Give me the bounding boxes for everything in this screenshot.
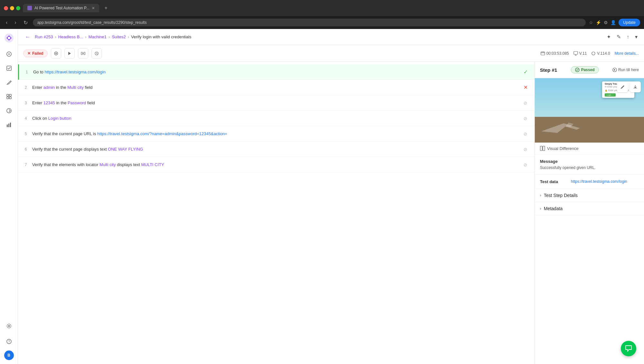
os-version: V.11: [579, 51, 587, 56]
step-highlight: MULTI CITY: [141, 162, 164, 167]
chat-button[interactable]: [621, 341, 636, 356]
svg-rect-8: [9, 97, 11, 99]
step-row[interactable]: 3 Enter 12345 in the Password field ⊘: [18, 95, 534, 111]
profile-icon[interactable]: 👤: [610, 20, 616, 25]
sidebar-item-help[interactable]: ?: [3, 335, 15, 348]
step-link[interactable]: https://travel.testsigma.com/?name=admin…: [97, 131, 227, 136]
svg-point-13: [8, 325, 10, 327]
metadata-section[interactable]: › Metadata: [535, 202, 644, 215]
back-nav-button[interactable]: ←: [23, 33, 32, 41]
nav-share-button[interactable]: ↑: [625, 33, 630, 41]
new-tab-button[interactable]: +: [102, 4, 110, 12]
sidebar-item-settings[interactable]: [3, 320, 15, 332]
sidebar-item-tests[interactable]: [3, 62, 15, 75]
svg-marker-18: [68, 52, 71, 55]
edit-screenshot-button[interactable]: [617, 81, 628, 92]
failed-label: Failed: [32, 51, 43, 56]
breadcrumb-current: Verify login with valid credentials: [131, 34, 191, 39]
step-row[interactable]: 2 Enter admin in the Multi city field ✕: [18, 80, 534, 95]
failed-icon: ✕: [27, 51, 31, 56]
svg-point-26: [592, 52, 595, 55]
svg-text:?: ?: [8, 340, 10, 343]
tab-close-button[interactable]: ✕: [92, 6, 95, 10]
message-key: Message: [540, 159, 566, 164]
svg-rect-29: [540, 146, 542, 151]
step-number: 5: [23, 132, 28, 136]
step-text: Verify that the current page displays te…: [32, 146, 518, 153]
test-meta: 00:03:53.085 V.11 V.114.0 More details..…: [541, 51, 639, 56]
bookmark-icon[interactable]: ☆: [589, 20, 593, 25]
step-status-icon: ⊘: [522, 99, 529, 107]
maximize-dot[interactable]: [16, 6, 20, 10]
step-row[interactable]: 4 Click on Login button ⊘: [18, 111, 534, 126]
step-status-icon: ⊘: [522, 130, 529, 138]
close-dot[interactable]: [4, 6, 8, 10]
refresh-button[interactable]: ↻: [22, 19, 30, 26]
breadcrumb-headless[interactable]: Headless B...: [58, 34, 83, 39]
top-nav: ← Run #253 › Headless B... › Machine1 › …: [18, 29, 644, 45]
more-details-link[interactable]: More details...: [615, 51, 639, 56]
step-link[interactable]: https://travel.testsigma.com/login: [44, 70, 105, 74]
breadcrumb-suites[interactable]: Suites2: [112, 34, 126, 39]
sidebar-item-dashboard[interactable]: [3, 48, 15, 61]
sidebar: ? B: [0, 29, 18, 364]
test-data-key: Test data: [540, 179, 566, 184]
step-text: Enter 12345 in the Password field: [32, 100, 518, 106]
test-step-details-section[interactable]: › Test Step Details: [535, 189, 644, 202]
nav-more-button[interactable]: ▾: [634, 33, 639, 41]
compare-button[interactable]: [78, 48, 88, 59]
nav-edit-button[interactable]: ✎: [615, 33, 622, 41]
breadcrumb-machine[interactable]: Machine1: [88, 34, 106, 39]
browser-actions: ☆ ⚡ ⚙ 👤 Update: [589, 19, 640, 26]
svg-rect-11: [8, 124, 9, 127]
nav-sparkle-button[interactable]: ✦: [605, 33, 612, 41]
breadcrumb-run[interactable]: Run #253: [35, 34, 53, 39]
extensions-icon[interactable]: ⚡: [596, 20, 601, 25]
user-avatar[interactable]: B: [4, 350, 14, 360]
sidebar-item-edit[interactable]: [3, 76, 15, 89]
run-till-here-button[interactable]: Run till here: [612, 68, 639, 72]
sidebar-item-reports[interactable]: [3, 118, 15, 131]
app-wrapper: ? B ← Run #253 › Headless B... › Machine…: [0, 29, 644, 364]
forward-button[interactable]: ›: [13, 19, 18, 26]
tab-title: AI Powered Test Automation P...: [34, 6, 89, 10]
minimize-dot[interactable]: [10, 6, 14, 10]
failed-status-badge: ✕ Failed: [23, 50, 48, 57]
pin-button[interactable]: [51, 48, 61, 59]
tab-favicon: [27, 6, 32, 10]
app-logo[interactable]: [4, 33, 14, 43]
svg-point-3: [8, 53, 10, 55]
app-version: V.114.0: [597, 51, 610, 56]
svg-rect-7: [7, 97, 9, 99]
visual-difference-button[interactable]: Visual Difference: [535, 143, 644, 154]
steps-container: 1 Go to https://travel.testsigma.com/log…: [18, 62, 534, 364]
step-highlight: Login button: [48, 116, 72, 121]
step-text: Click on Login button: [32, 115, 518, 122]
svg-point-1: [8, 37, 10, 39]
step-row[interactable]: 1 Go to https://travel.testsigma.com/log…: [18, 64, 534, 80]
step-row[interactable]: 6 Verify that the current page displays …: [18, 142, 534, 157]
back-button[interactable]: ‹: [4, 19, 9, 26]
settings-icon[interactable]: ⚙: [604, 20, 608, 25]
step-number: 7: [23, 163, 28, 167]
step-highlight: ONE WAY FLYING: [108, 147, 143, 152]
step-row[interactable]: 5 Verify that the current page URL is ht…: [18, 126, 534, 142]
test-data-value: https://travel.testsigma.com/login: [571, 179, 627, 184]
step-number: 6: [23, 147, 28, 152]
sidebar-item-suites[interactable]: [3, 90, 15, 103]
step-highlight: Password: [68, 100, 86, 105]
svg-rect-23: [542, 51, 543, 52]
passed-badge: Passed: [571, 66, 599, 73]
screenshot-area: Simply Trav... ✉ Enter your email 🔒 Ente…: [535, 78, 644, 143]
download-screenshot-button[interactable]: [630, 81, 641, 92]
play-button[interactable]: [64, 48, 75, 59]
sidebar-item-runs[interactable]: [3, 104, 15, 117]
os-meta: V.11: [573, 51, 587, 56]
step-row[interactable]: 7 Verify that the elements with locator …: [18, 157, 534, 173]
svg-rect-6: [9, 94, 11, 96]
browser-tab[interactable]: AI Powered Test Automation P... ✕: [23, 4, 99, 12]
expand-icon: ›: [540, 193, 541, 198]
update-button[interactable]: Update: [619, 19, 640, 26]
history-button[interactable]: [91, 48, 102, 59]
address-input[interactable]: app.testsigma.com/groot/td/test_case_res…: [33, 19, 586, 26]
